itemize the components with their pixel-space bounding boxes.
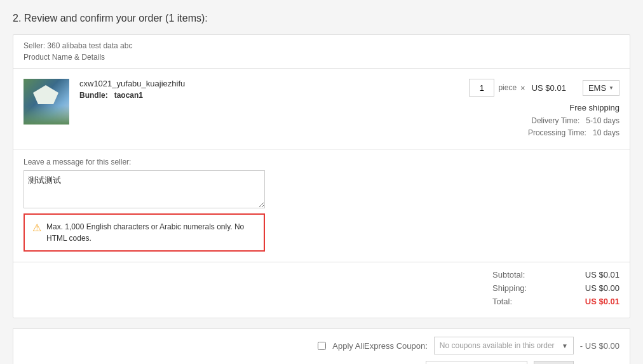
product-right: piece × US $0.01 EMS Free shipping Deliv… <box>469 79 619 139</box>
product-name: cxw1021_yufabu_kuajiezhifu <box>79 79 469 88</box>
coupon-dropdown[interactable]: No coupons available in this order ▼ <box>434 337 574 354</box>
enter-code-row: Enter coupon code: Apply - US $0.00 <box>24 361 619 364</box>
seller-name: Seller: 360 alibaba test data abc <box>24 41 619 50</box>
bundle-value: taocan1 <box>114 91 143 100</box>
shipping-row: Shipping: US $0.00 <box>24 283 619 293</box>
seller-header: Seller: 360 alibaba test data abc Produc… <box>13 35 630 69</box>
subtotal-label: Subtotal: <box>492 270 531 280</box>
shipping-value: US $0.00 <box>569 283 619 293</box>
shipping-label: Shipping: <box>492 283 531 293</box>
quantity-input[interactable] <box>469 79 494 97</box>
shipping-info: Free shipping Delivery Time: 5-10 days P… <box>528 102 619 139</box>
apply-coupon-checkbox[interactable] <box>318 342 326 350</box>
page-title: 2. Review and confirm your order (1 item… <box>13 13 630 24</box>
bundle-label: Bundle: <box>79 91 108 100</box>
message-label: Leave a message for this seller: <box>24 158 619 166</box>
product-row: cxw1021_yufabu_kuajiezhifu Bundle: taoca… <box>13 69 630 150</box>
subtotal-value: US $0.01 <box>569 270 619 280</box>
controls-row: piece × US $0.01 EMS <box>469 79 619 97</box>
order-container: Seller: 360 alibaba test data abc Produc… <box>13 34 630 318</box>
apply-coupon-row: Apply AliExpress Coupon: No coupons avai… <box>24 337 619 354</box>
product-bundle: Bundle: taocan1 <box>79 91 469 100</box>
total-row: Total: US $0.01 <box>24 297 619 306</box>
message-textarea[interactable] <box>24 170 265 208</box>
product-label: Product Name & Details <box>24 53 619 62</box>
apply-button[interactable]: Apply <box>534 361 574 364</box>
processing-time: Processing Time: 10 days <box>528 127 619 139</box>
coupon-dropdown-arrow: ▼ <box>562 342 568 349</box>
coupon-discount: - US $0.00 <box>580 341 619 351</box>
warning-text: Max. 1,000 English characters or Arabic … <box>46 221 256 244</box>
apply-coupon-label: Apply AliExpress Coupon: <box>332 341 428 351</box>
subtotal-row: Subtotal: US $0.01 <box>24 270 619 280</box>
warning-icon: ⚠ <box>32 222 41 234</box>
free-shipping: Free shipping <box>528 102 619 115</box>
coupon-code-input[interactable] <box>426 361 527 364</box>
message-section: Leave a message for this seller: ⚠ Max. … <box>13 150 630 262</box>
warning-box: ⚠ Max. 1,000 English characters or Arabi… <box>24 213 265 252</box>
total-value: US $0.01 <box>569 297 619 306</box>
order-summary: Subtotal: US $0.01 Shipping: US $0.00 To… <box>13 262 630 318</box>
unit-price: US $0.01 <box>532 83 566 93</box>
delivery-time: Delivery Time: 5-10 days <box>528 115 619 127</box>
shipping-select[interactable]: EMS <box>583 80 619 96</box>
multiply-sign: × <box>520 83 525 93</box>
shipping-method-label: EMS <box>588 83 606 93</box>
product-image <box>24 79 69 125</box>
total-label: Total: <box>492 297 531 306</box>
product-info: cxw1021_yufabu_kuajiezhifu Bundle: taoca… <box>79 79 469 100</box>
bottom-section: Apply AliExpress Coupon: No coupons avai… <box>13 328 630 364</box>
coupon-placeholder: No coupons available in this order <box>440 341 555 350</box>
unit-text: piece <box>498 83 517 92</box>
